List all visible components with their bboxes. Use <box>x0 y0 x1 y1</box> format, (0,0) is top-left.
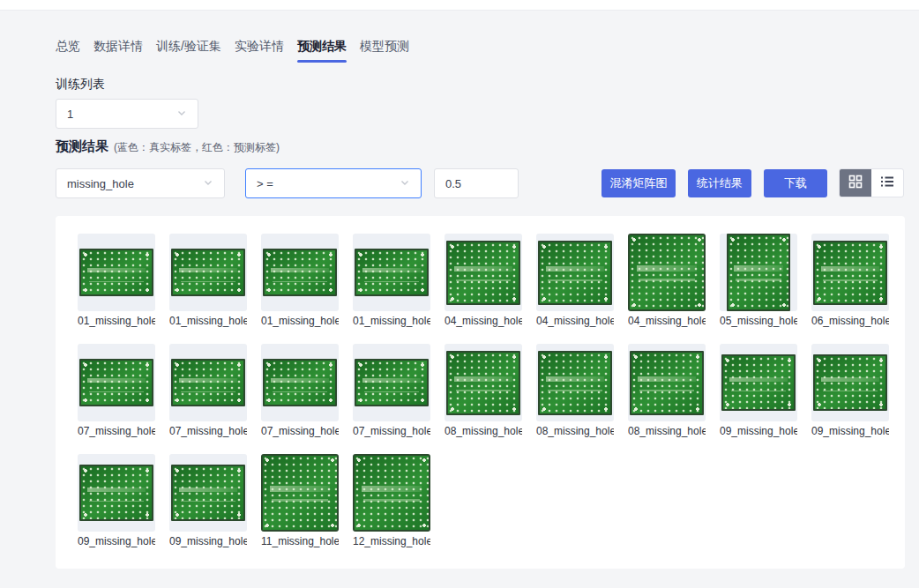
gallery-item[interactable]: 04_missing_hole_... <box>536 234 614 327</box>
pcb-thumbnail[interactable] <box>261 234 339 311</box>
gallery-item-filename: 01_missing_hole_... <box>78 315 155 327</box>
gallery-item[interactable]: 09_missing_hole_... <box>169 454 247 547</box>
gallery-item-filename: 12_missing_hole_... <box>353 535 430 547</box>
confusion-matrix-button[interactable]: 混淆矩阵图 <box>601 169 676 197</box>
pcb-thumbnail[interactable] <box>445 234 522 311</box>
threshold-input[interactable]: 0.5 <box>434 168 519 198</box>
gallery-item-filename: 09_missing_hole_... <box>169 535 247 547</box>
gallery-item[interactable]: 08_missing_hole_... <box>536 344 614 437</box>
pcb-image <box>727 234 790 311</box>
gallery-item-filename: 07_missing_hole_... <box>78 425 155 437</box>
gallery-item[interactable]: 04_missing_hole_... <box>445 234 522 327</box>
defect-class-select[interactable]: missing_hole <box>56 168 225 198</box>
tab-bar: 总览数据详情训练/验证集实验详情预测结果模型预测 <box>56 39 409 63</box>
operator-selected-value: > = <box>257 177 400 190</box>
tab-2[interactable]: 训练/验证集 <box>156 39 221 63</box>
prediction-results-page: 总览数据详情训练/验证集实验详情预测结果模型预测 训练列表 1 预测结果 (蓝色… <box>0 0 919 588</box>
pcb-thumbnail[interactable] <box>169 344 247 421</box>
chevron-down-icon <box>400 177 410 190</box>
grid-view-button[interactable] <box>840 169 871 197</box>
gallery-item[interactable]: 08_missing_hole_... <box>445 344 522 437</box>
pcb-thumbnail[interactable] <box>353 234 430 311</box>
gallery-item[interactable]: 06_missing_hole_... <box>811 234 889 327</box>
pcb-thumbnail[interactable] <box>720 234 797 311</box>
list-view-icon <box>880 175 894 192</box>
view-mode-toggle <box>839 168 904 197</box>
thumbnail-grid: 01_missing_hole_...01_missing_hole_...01… <box>78 234 889 547</box>
gallery-item[interactable]: 05_missing_hole_... <box>720 234 797 327</box>
pcb-thumbnail[interactable] <box>169 454 247 532</box>
pcb-image <box>446 241 520 305</box>
results-panel: 01_missing_hole_...01_missing_hole_...01… <box>56 216 905 569</box>
pcb-image <box>263 249 337 296</box>
gallery-item-filename: 08_missing_hole_... <box>536 425 614 437</box>
gallery-item-filename: 08_missing_hole_... <box>628 425 706 437</box>
pcb-thumbnail[interactable] <box>78 344 155 421</box>
pcb-thumbnail[interactable] <box>628 234 706 311</box>
pcb-thumbnail[interactable] <box>261 344 339 421</box>
gallery-item-filename: 07_missing_hole_... <box>169 425 247 437</box>
gallery-item[interactable]: 09_missing_hole_... <box>78 454 155 547</box>
gallery-item-filename: 04_missing_hole_... <box>628 315 706 327</box>
pcb-thumbnail[interactable] <box>353 344 430 421</box>
gallery-item[interactable]: 07_missing_hole_... <box>169 344 247 437</box>
gallery-item-filename: 09_missing_hole_... <box>78 535 155 547</box>
top-bar <box>0 0 919 11</box>
pcb-image <box>355 249 429 296</box>
training-list-label: 训练列表 <box>56 77 105 93</box>
gallery-item[interactable]: 12_missing_hole_... <box>353 454 430 547</box>
pcb-image <box>171 359 245 406</box>
gallery-item[interactable]: 07_missing_hole_... <box>78 344 155 437</box>
gallery-item[interactable]: 01_missing_hole_... <box>261 234 339 327</box>
pcb-thumbnail[interactable] <box>445 344 522 421</box>
pcb-thumbnail[interactable] <box>811 234 889 311</box>
pcb-thumbnail[interactable] <box>353 454 430 532</box>
tab-4[interactable]: 预测结果 <box>297 39 347 63</box>
gallery-item-filename: 07_missing_hole_... <box>353 425 430 437</box>
pcb-thumbnail[interactable] <box>628 344 706 421</box>
gallery-item[interactable]: 01_missing_hole_... <box>169 234 247 327</box>
tab-3[interactable]: 实验详情 <box>235 39 284 63</box>
gallery-item[interactable]: 01_missing_hole_... <box>353 234 430 327</box>
pcb-image <box>263 359 337 406</box>
pcb-image <box>721 354 796 411</box>
pcb-image <box>171 465 245 521</box>
gallery-item[interactable]: 07_missing_hole_... <box>353 344 430 437</box>
pcb-thumbnail[interactable] <box>720 344 797 421</box>
pcb-image <box>538 241 612 305</box>
pcb-image <box>630 351 704 415</box>
gallery-item[interactable]: 01_missing_hole_... <box>78 234 155 327</box>
gallery-item[interactable]: 09_missing_hole_... <box>720 344 797 437</box>
tab-0[interactable]: 总览 <box>56 39 80 63</box>
gallery-item[interactable]: 09_missing_hole_... <box>811 344 889 437</box>
gallery-item[interactable]: 08_missing_hole_... <box>628 344 706 437</box>
download-button[interactable]: 下载 <box>764 169 827 197</box>
gallery-item[interactable]: 04_missing_hole_... <box>628 234 706 327</box>
pcb-image <box>813 241 887 305</box>
pcb-thumbnail[interactable] <box>536 234 614 311</box>
pcb-image <box>79 465 153 521</box>
pcb-thumbnail[interactable] <box>169 234 247 311</box>
gallery-item-filename: 09_missing_hole_... <box>720 425 797 437</box>
pcb-image <box>79 359 153 406</box>
pcb-thumbnail[interactable] <box>261 454 339 532</box>
pcb-thumbnail[interactable] <box>78 234 155 311</box>
statistics-button[interactable]: 统计结果 <box>688 169 751 197</box>
pcb-thumbnail[interactable] <box>536 344 614 421</box>
pcb-thumbnail[interactable] <box>78 454 155 532</box>
gallery-item[interactable]: 11_missing_hole_... <box>261 454 339 547</box>
pcb-image <box>813 354 887 411</box>
operator-select[interactable]: > = <box>245 168 422 198</box>
pcb-thumbnail[interactable] <box>811 344 889 421</box>
chevron-down-icon <box>203 177 213 190</box>
prediction-results-heading: 预测结果 (蓝色：真实标签，红色：预测标签) <box>56 138 280 155</box>
tab-1[interactable]: 数据详情 <box>93 39 143 63</box>
training-list-select[interactable]: 1 <box>56 99 198 129</box>
gallery-item[interactable]: 07_missing_hole_... <box>261 344 339 437</box>
training-list-selected-value: 1 <box>67 108 176 121</box>
gallery-item-filename: 05_missing_hole_... <box>720 315 797 327</box>
gallery-item-filename: 04_missing_hole_... <box>445 315 522 327</box>
tab-5[interactable]: 模型预测 <box>360 39 409 63</box>
list-view-button[interactable] <box>871 169 903 197</box>
gallery-item-filename: 04_missing_hole_... <box>536 315 614 327</box>
